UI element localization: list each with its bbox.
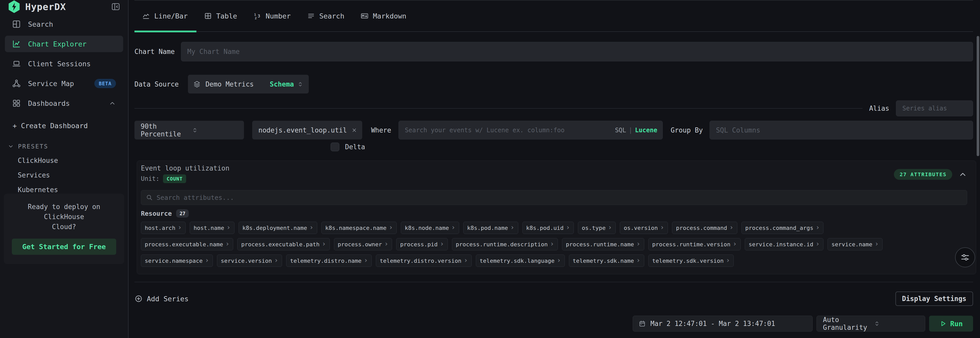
attribute-chip[interactable]: telemetry.distro.name › — [286, 254, 372, 267]
chevron-right-icon: › — [816, 240, 820, 247]
chevron-right-icon: › — [309, 224, 313, 231]
presets-header-label: PRESETS — [18, 143, 48, 150]
tab-markdown[interactable]: Markdown — [353, 0, 415, 31]
group-by-label: Group By — [671, 126, 703, 134]
attribute-chip[interactable]: process.runtime.version › — [648, 238, 741, 251]
logo-row: HyperDX — [0, 0, 128, 13]
run-controls-row: Mar 2 12:47:01 - Mar 2 13:47:01 Auto Gra… — [134, 316, 973, 332]
sidebar-item-service-map[interactable]: Service Map BETA — [5, 75, 123, 92]
attribute-chip[interactable]: service.namespace › — [141, 254, 213, 267]
chevron-right-icon: › — [636, 240, 640, 247]
attribute-chip[interactable]: service.instance.id › — [745, 238, 823, 251]
unit-badge: COUNT — [163, 175, 186, 183]
data-source-value: Demo Metrics — [205, 80, 254, 88]
schema-link[interactable]: Schema — [270, 80, 294, 88]
get-started-button[interactable]: Get Started for Free — [12, 239, 116, 255]
delta-label: Delta — [345, 143, 365, 151]
series-footer-row: Add Series Display Settings — [134, 292, 973, 306]
sidebar-item-chart-explorer[interactable]: Chart Explorer — [5, 36, 123, 52]
attribute-chip[interactable]: process.runtime.name › — [562, 238, 644, 251]
laptop-icon — [12, 59, 21, 68]
scrollbar-thumb[interactable] — [977, 36, 979, 156]
attribute-chip[interactable]: k8s.pod.name › — [463, 222, 518, 234]
attribute-chip[interactable]: process.runtime.description › — [452, 238, 558, 251]
attribute-chip[interactable]: telemetry.sdk.version › — [648, 254, 734, 267]
sidebar-item-dashboards[interactable]: Dashboards — [5, 95, 123, 111]
play-icon — [939, 320, 947, 327]
group-by-input[interactable] — [710, 121, 973, 140]
attribute-chip[interactable]: process.command_args › — [741, 222, 824, 234]
attribute-chip-row: host.arch › host.name › k8s.deployment.n… — [141, 222, 967, 234]
lucene-option[interactable]: Lucene — [635, 127, 657, 134]
create-dashboard-button[interactable]: + Create Dashboard — [13, 122, 128, 130]
add-series-button[interactable]: Add Series — [134, 295, 189, 303]
preset-item[interactable]: Kubernetes — [18, 186, 128, 194]
alias-label: Alias — [869, 105, 889, 112]
chevron-down-icon — [8, 143, 14, 149]
preset-item[interactable]: ClickHouse — [18, 157, 128, 164]
attribute-chip[interactable]: host.name › — [190, 222, 234, 234]
attribute-chip[interactable]: k8s.namespace.name › — [321, 222, 397, 234]
where-search-input[interactable] — [405, 127, 612, 134]
attribute-chip[interactable]: os.type › — [578, 222, 616, 234]
close-icon[interactable] — [352, 127, 357, 133]
metric-field-chip[interactable]: nodejs.event_loop.util — [252, 121, 362, 140]
chart-name-input[interactable] — [181, 42, 973, 61]
tab-line-bar[interactable]: Line/Bar — [134, 0, 196, 31]
attribute-chip[interactable]: process.pid › — [396, 238, 447, 251]
tab-table[interactable]: Table — [196, 0, 246, 31]
preset-item[interactable]: Services — [18, 171, 128, 179]
run-button[interactable]: Run — [929, 316, 973, 332]
presets-header[interactable]: PRESETS — [8, 143, 128, 150]
sidebar-item-label: Chart Explorer — [28, 40, 87, 48]
attribute-chip[interactable]: service.version › — [217, 254, 282, 267]
attribute-chip[interactable]: k8s.node.name › — [401, 222, 459, 234]
attribute-chip[interactable]: os.version › — [620, 222, 668, 234]
sidebar-collapse-icon[interactable] — [111, 2, 120, 11]
metric-attributes-panel: Event loop utilization Unit: COUNT 27 AT… — [137, 160, 976, 274]
display-settings-button[interactable]: Display Settings — [896, 292, 973, 306]
chevron-right-icon: › — [389, 224, 393, 231]
divider — [134, 282, 973, 282]
attribute-chip[interactable]: process.executable.name › — [141, 238, 233, 251]
main-content: Line/Bar Table 1 2 3 Number — [129, 0, 980, 338]
attribute-chip[interactable]: telemetry.sdk.name › — [569, 254, 644, 267]
sidebar-item-search[interactable]: Search — [5, 16, 123, 32]
table-icon — [204, 12, 212, 20]
chevron-up-icon[interactable] — [958, 170, 967, 179]
time-range-picker[interactable]: Mar 2 12:47:01 - Mar 2 13:47:01 — [633, 316, 813, 332]
attribute-chip[interactable]: telemetry.distro.version › — [376, 254, 472, 267]
data-source-select[interactable]: Demo Metrics Schema — [188, 75, 309, 94]
sql-option[interactable]: SQL — [615, 127, 626, 134]
attribute-chip[interactable]: service.name › — [827, 238, 883, 251]
attributes-count-badge: 27 ATTRIBUTES — [894, 169, 952, 180]
clickhouse-cloud-card: Ready to deploy on ClickHouse Cloud? Get… — [4, 194, 124, 264]
presets-list: ClickHouse Services Kubernetes — [8, 157, 128, 194]
attribute-chip[interactable]: telemetry.sdk.language › — [476, 254, 565, 267]
delta-checkbox[interactable] — [331, 143, 339, 151]
chevron-right-icon: › — [636, 257, 640, 263]
tab-number[interactable]: 1 2 3 Number — [246, 0, 299, 31]
chevron-right-icon: › — [816, 224, 820, 231]
alias-input[interactable] — [896, 100, 973, 116]
sidebar-item-client-sessions[interactable]: Client Sessions — [5, 56, 123, 72]
chevron-right-icon: › — [364, 257, 368, 263]
divider — [134, 108, 862, 109]
chevron-right-icon: › — [274, 257, 278, 263]
attribute-chip[interactable]: process.executable.path › — [237, 238, 329, 251]
search-icon — [146, 194, 153, 201]
attribute-search-input[interactable] — [157, 194, 962, 202]
chart-settings-floating-button[interactable] — [955, 248, 975, 267]
attribute-chip[interactable]: host.arch › — [141, 222, 186, 234]
attribute-chip[interactable]: k8s.pod.uid › — [522, 222, 574, 234]
attribute-chip-row: service.namespace › service.version › te… — [141, 254, 967, 267]
query-language-toggle[interactable]: SQL|Lucene — [615, 127, 657, 134]
attribute-chip[interactable]: process.command › — [672, 222, 737, 234]
attribute-chip[interactable]: process.owner › — [334, 238, 392, 251]
attribute-chip[interactable]: k8s.deployment.name › — [239, 222, 317, 234]
tab-label: Line/Bar — [154, 12, 188, 20]
tab-search[interactable]: Search — [299, 0, 353, 31]
unit-label: Unit: — [141, 175, 159, 182]
aggregation-select[interactable]: 90th Percentile — [134, 121, 244, 140]
granularity-select[interactable]: Auto Granularity — [816, 316, 925, 332]
